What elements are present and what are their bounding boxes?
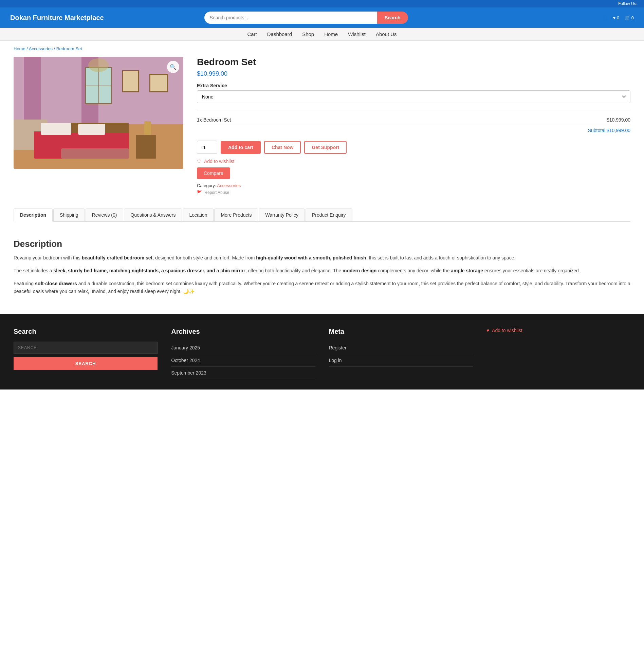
picture-frame-1 [122,70,139,92]
footer-meta-section: Meta Register Log in [329,328,473,379]
nav-shop[interactable]: Shop [302,31,314,37]
footer-wishlist-button[interactable]: ♥ Add to wishlist [486,328,630,333]
site-logo: Dokan Furniture Marketplace [10,14,104,22]
archive-january-2025[interactable]: January 2025 [171,342,315,354]
order-row: 1x Bedroom Set $10,999.00 [197,115,630,125]
quantity-input[interactable]: 1 [197,141,217,154]
picture-frame-2 [149,74,168,92]
meta-register[interactable]: Register [329,342,473,354]
wishlist-count[interactable]: ♥ 0 [613,15,620,20]
footer-wishlist-label: Add to wishlist [492,328,522,333]
tabs-bar: Description Shipping Reviews (0) Questio… [14,209,630,222]
footer-grid: Search SEARCH Archives January 2025 Octo… [14,328,630,379]
footer-search-input[interactable] [14,342,158,354]
report-abuse-label: Report Abuse [204,190,229,195]
tab-location[interactable]: Location [183,209,214,221]
nav-dashboard[interactable]: Dashboard [267,31,292,37]
footer-archives-title: Archives [171,328,315,336]
header-icons: 👤 ♥ 0 🛒 0 [602,15,634,20]
footer-search-button[interactable]: SEARCH [14,357,158,370]
breadcrumb-home[interactable]: Home [14,46,25,51]
pillow-1 [41,123,71,135]
breadcrumb-current: Bedroom Set [56,46,82,51]
archive-october-2024[interactable]: October 2024 [171,354,315,367]
flag-icon: 🚩 [197,190,202,195]
footer-search-section: Search SEARCH [14,328,158,379]
tabs-section: Description Shipping Reviews (0) Questio… [0,209,644,222]
description-para-2: The set includes a sleek, sturdy bed fra… [14,267,630,275]
category-link[interactable]: Accessories [217,183,241,188]
add-to-cart-row: 1 Add to cart Chat Now Get Support [197,141,630,154]
follow-us-text: Follow Us: [618,1,637,6]
header-search-button[interactable]: Search [377,12,408,24]
chandelier [88,58,109,72]
header: Dokan Furniture Marketplace Search 👤 ♥ 0… [0,7,644,28]
footer-heart-icon: ♥ [486,328,489,333]
wall-stripe-1 [24,57,41,130]
order-line-price: $10,999.00 [607,117,630,123]
nav-home[interactable]: Home [324,31,338,37]
order-line-label: 1x Bedroom Set [197,117,231,123]
breadcrumb-accessories[interactable]: Accessories [29,46,53,51]
window [85,67,112,104]
product-image [14,57,183,169]
add-to-wishlist-label: Add to wishlist [204,159,234,164]
search-bar: Search [204,12,408,24]
add-to-cart-button[interactable]: Add to cart [221,141,261,154]
cart-count[interactable]: 🛒 0 [625,15,634,20]
add-to-wishlist-row[interactable]: ♡ Add to wishlist [197,159,630,164]
nav-about-us[interactable]: About Us [376,31,397,37]
chat-now-button[interactable]: Chat Now [264,141,301,154]
footer-search-title: Search [14,328,158,336]
archive-september-2023[interactable]: September 2023 [171,367,315,379]
order-summary: 1x Bedroom Set $10,999.00 Subtotal $10,9… [197,110,630,136]
subtotal-row: Subtotal $10,999.00 [197,125,630,136]
tab-warranty-policy[interactable]: Warranty Policy [259,209,305,221]
nav-wishlist[interactable]: Wishlist [348,31,366,37]
main-nav: Cart Dashboard Shop Home Wishlist About … [0,28,644,41]
tab-reviews[interactable]: Reviews (0) [86,209,124,221]
wishlist-heart-icon: ♡ [197,159,201,164]
nightstand [136,135,156,159]
search-input[interactable] [204,12,377,24]
tab-product-enquiry[interactable]: Product Enquiry [306,209,352,221]
report-abuse[interactable]: 🚩 Report Abuse [197,190,630,195]
footer: Search SEARCH Archives January 2025 Octo… [0,314,644,390]
description-para-1: Revamp your bedroom with this beautifull… [14,254,630,262]
tab-more-products[interactable]: More Products [214,209,258,221]
compare-button[interactable]: Compare [197,167,230,179]
nav-cart[interactable]: Cart [247,31,257,37]
footer-archives-section: Archives January 2025 October 2024 Septe… [171,328,315,379]
lamp [144,121,151,135]
description-title: Description [14,239,630,249]
subtotal-value: $10,999.00 [607,128,630,133]
product-image-wrap: 🔍 [14,57,183,195]
product-price: $10,999.00 [197,70,630,77]
breadcrumb: Home / Accessories / Bedroom Set [0,41,644,57]
tab-questions-answers[interactable]: Questions & Answers [124,209,182,221]
product-info: Bedroom Set $10,999.00 Extra Service Non… [197,57,630,195]
description-para-3: Featuring soft-close drawers and a durab… [14,280,630,296]
zoom-icon: 🔍 [170,64,177,70]
zoom-button[interactable]: 🔍 [167,61,179,73]
user-icon[interactable]: 👤 [602,15,608,20]
footer-wishlist-section: ♥ Add to wishlist [486,328,630,379]
description-section: Description Revamp your bedroom with thi… [0,232,644,314]
get-support-button[interactable]: Get Support [304,141,347,154]
extra-service-select[interactable]: None [197,90,630,103]
meta-login[interactable]: Log in [329,354,473,367]
pillow-2 [78,124,105,135]
extra-service-label: Extra Service [197,83,630,88]
product-title: Bedroom Set [197,57,630,68]
footer-meta-title: Meta [329,328,473,336]
subtotal-label: Subtotal [588,128,607,133]
rug [61,148,129,159]
product-section: 🔍 Bedroom Set $10,999.00 Extra Service N… [0,57,644,209]
tab-description[interactable]: Description [14,209,53,222]
top-bar: Follow Us: [0,0,644,7]
category-row: Category: Accessories [197,183,630,188]
tab-shipping[interactable]: Shipping [53,209,85,221]
category-label: Category: [197,183,216,188]
